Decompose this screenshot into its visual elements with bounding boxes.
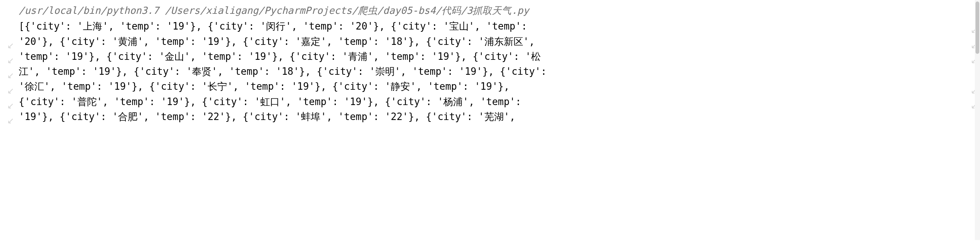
output-line: {'city': '普陀', 'temp': '19'}, {'city': '… (19, 94, 969, 109)
output-line: 'temp': '19'}, {'city': '金山', 'temp': '1… (19, 49, 969, 64)
wrap-arrow-left-icon (8, 113, 14, 120)
vertical-scrollbar[interactable] (975, 0, 980, 124)
scrollbar-thumb[interactable] (975, 2, 979, 54)
output-text: {'city': '普陀', 'temp': '19'}, {'city': '… (19, 96, 521, 107)
output-text: [{'city': '上海', 'temp': '19'}, {'city': … (19, 21, 527, 32)
output-text: 江', 'temp': '19'}, {'city': '奉贤', 'temp'… (19, 66, 547, 77)
output-text: '19'}, {'city': '合肥', 'temp': '22'}, {'c… (19, 111, 515, 122)
command-invocation-line: /usr/local/bin/python3.7 /Users/xialigan… (19, 3, 969, 18)
wrap-arrow-left-icon (8, 98, 14, 105)
output-text: '20'}, {'city': '黄浦', 'temp': '19'}, {'c… (19, 36, 535, 47)
wrap-arrow-left-icon (8, 38, 14, 45)
wrap-arrow-left-icon (8, 53, 14, 60)
output-line: 江', 'temp': '19'}, {'city': '奉贤', 'temp'… (19, 64, 969, 79)
console-output-panel: /usr/local/bin/python3.7 /Users/xialigan… (0, 3, 980, 124)
wrap-arrow-left-icon (8, 83, 14, 90)
output-line: '19'}, {'city': '合肥', 'temp': '22'}, {'c… (19, 109, 969, 124)
output-text: '徐汇', 'temp': '19'}, {'city': '长宁', 'tem… (19, 81, 509, 92)
output-line: [{'city': '上海', 'temp': '19'}, {'city': … (19, 19, 969, 34)
wrap-arrow-left-icon (8, 68, 14, 75)
output-line: '徐汇', 'temp': '19'}, {'city': '长宁', 'tem… (19, 79, 969, 94)
output-text: 'temp': '19'}, {'city': '金山', 'temp': '1… (19, 51, 541, 62)
output-line: '20'}, {'city': '黄浦', 'temp': '19'}, {'c… (19, 34, 969, 49)
